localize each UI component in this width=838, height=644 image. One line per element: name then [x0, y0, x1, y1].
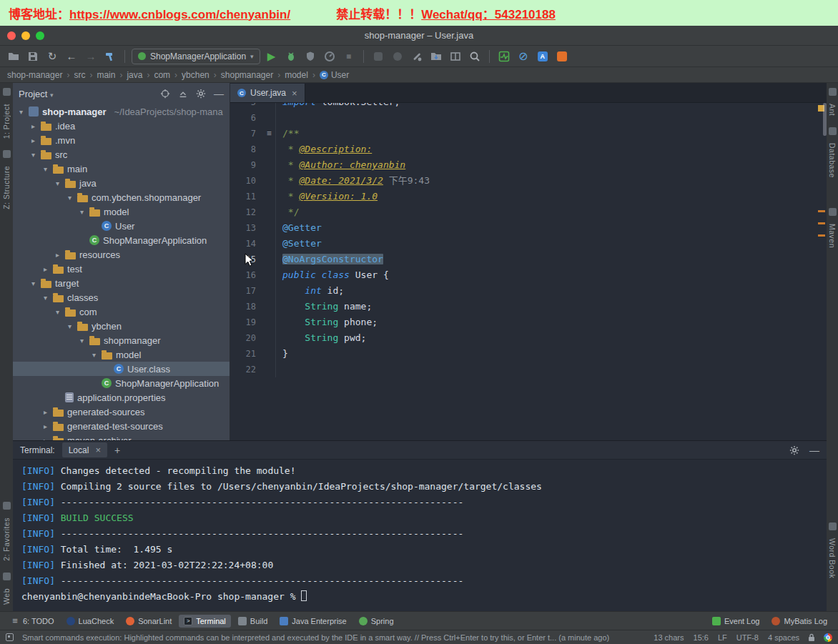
breadcrumb-item-ybchen[interactable]: ybchen — [182, 70, 210, 80]
open-folder-icon[interactable] — [6, 49, 21, 64]
tree-item-model[interactable]: ▾model — [13, 347, 230, 362]
chevron-expanded-icon[interactable]: ▾ — [29, 279, 37, 287]
translate-plugin-icon[interactable]: A — [535, 49, 551, 64]
toolwindow-button-mybatis-log[interactable]: MyBatis Log — [766, 615, 832, 628]
run-coverage-icon[interactable] — [302, 49, 318, 64]
stripe-bookmark[interactable] — [818, 210, 825, 212]
tree-item-com[interactable]: ▾com — [13, 304, 230, 319]
status-item-4-spaces[interactable]: 4 spaces — [768, 633, 799, 642]
breadcrumb-item-user[interactable]: CUser — [320, 70, 349, 80]
breadcrumb-item-src[interactable]: src — [74, 70, 85, 80]
save-all-icon[interactable] — [25, 49, 41, 64]
code-line-21[interactable]: 21} — [230, 346, 827, 362]
status-item-lf[interactable]: LF — [718, 633, 727, 642]
code-line-6[interactable]: 6 — [230, 110, 827, 126]
status-item-13-chars[interactable]: 13 chars — [654, 633, 684, 642]
code-line-9[interactable]: 9 * @Author: chenyanbin — [230, 157, 827, 173]
tree-item-user-class[interactable]: CUser.class — [13, 362, 230, 376]
dump-threads-icon[interactable] — [370, 49, 386, 64]
tree-item-src[interactable]: ▾src — [13, 147, 230, 162]
tree-item-main[interactable]: ▾main — [13, 162, 230, 176]
tree-item-generated-sources[interactable]: ▸generated-sources — [13, 405, 230, 419]
tool-button-1-project[interactable]: 1: Project — [2, 104, 11, 139]
stripe-bookmark[interactable] — [818, 222, 825, 224]
debug-icon[interactable] — [283, 49, 299, 64]
tree-item-java[interactable]: ▾java — [13, 176, 230, 190]
new-terminal-session-icon[interactable]: + — [114, 445, 120, 456]
back-icon[interactable]: ← — [64, 49, 79, 64]
tool-button-ant[interactable]: Ant — [828, 104, 837, 116]
chevron-expanded-icon[interactable]: ▾ — [78, 337, 86, 345]
code-line-16[interactable]: 16public class User { — [230, 267, 827, 283]
code-line-12[interactable]: 12 */ — [230, 204, 827, 220]
code-line-14[interactable]: 14@Setter — [230, 236, 827, 252]
build-hammer-icon[interactable] — [102, 49, 118, 64]
breadcrumb-item-java[interactable]: java — [127, 70, 142, 80]
chevron-expanded-icon[interactable]: ▾ — [66, 322, 74, 330]
tree-item-shopmanager[interactable]: ▾shopmanager — [13, 333, 230, 347]
chevron-collapsed-icon[interactable]: ▸ — [29, 137, 37, 144]
settings-gear-icon[interactable] — [196, 89, 206, 99]
chevron-expanded-icon[interactable]: ▾ — [54, 179, 61, 187]
editor-tab-user-java[interactable]: C User.java × — [230, 84, 305, 102]
chevron-expanded-icon[interactable]: ▾ — [41, 165, 49, 173]
toolwindow-button-build[interactable]: Build — [233, 615, 272, 628]
close-window-button[interactable] — [7, 31, 16, 40]
code-viewport[interactable]: 5import lombok.Setter;67≡/**8 * @Descrip… — [230, 103, 827, 440]
sync-icon[interactable]: ↻ — [44, 49, 60, 64]
settings-gear-icon[interactable] — [789, 445, 799, 455]
breadcrumb-item-shop-manager[interactable]: shop-manager — [7, 70, 62, 80]
chevron-expanded-icon[interactable]: ▾ — [29, 151, 37, 159]
close-icon[interactable]: × — [292, 88, 297, 99]
minimize-window-button[interactable] — [21, 31, 30, 40]
power-save-icon[interactable]: ⊘ — [516, 49, 531, 64]
chevron-collapsed-icon[interactable]: ▸ — [54, 251, 61, 259]
search-everywhere-icon[interactable] — [467, 49, 483, 64]
hide-panel-icon[interactable]: — — [809, 445, 819, 455]
project-view-selector[interactable]: Project ▾ — [19, 89, 54, 99]
terminal-tab-local[interactable]: Local × — [62, 442, 107, 457]
attach-process-icon[interactable] — [390, 49, 405, 64]
code-line-5[interactable]: 5import lombok.Setter; — [230, 103, 827, 110]
toolwindow-button-sonarlint[interactable]: SonarLint — [121, 615, 177, 628]
deployment-folder-icon[interactable] — [428, 49, 444, 64]
tool-button-word-book[interactable]: Word Book — [828, 538, 837, 578]
health-monitor-icon[interactable] — [496, 49, 512, 64]
chevron-collapsed-icon[interactable]: ▸ — [41, 265, 49, 273]
tree-item-ybchen[interactable]: ▾ybchen — [13, 319, 230, 333]
terminal-output[interactable]: [INFO] Changes detected - recompiling th… — [13, 460, 827, 611]
tree-item-user[interactable]: CUser — [13, 219, 230, 233]
stripe-bookmark[interactable] — [818, 234, 825, 237]
chevron-collapsed-icon[interactable]: ▸ — [29, 122, 37, 130]
code-line-22[interactable]: 22 — [230, 362, 827, 377]
run-configuration-select[interactable]: ShopManagerApplication ▾ — [132, 49, 260, 64]
lock-icon[interactable] — [808, 633, 815, 642]
tree-item-classes[interactable]: ▾classes — [13, 290, 230, 304]
code-line-8[interactable]: 8 * @Description: — [230, 142, 827, 157]
toolwindow-quick-access-icon[interactable] — [6, 633, 14, 641]
code-line-7[interactable]: 7≡/** — [230, 126, 827, 142]
chevron-expanded-icon[interactable]: ▾ — [90, 351, 98, 359]
zoom-window-button[interactable] — [36, 31, 44, 40]
tool-button-z-structure[interactable]: Z: Structure — [2, 166, 11, 209]
code-line-17[interactable]: 17 int id; — [230, 283, 827, 299]
tree-item-shopmanagerapplication[interactable]: CShopManagerApplication — [13, 233, 230, 247]
run-icon[interactable]: ▶ — [264, 49, 280, 64]
code-line-10[interactable]: 10 * @Date: 2021/3/2 下午9:43 — [230, 173, 827, 189]
tree-item-model[interactable]: ▾model — [13, 204, 230, 219]
code-line-15[interactable]: 15@NoArgsConstructor — [230, 252, 827, 267]
stop-icon[interactable]: ■ — [341, 49, 357, 64]
locate-file-icon[interactable] — [160, 89, 170, 99]
code-line-11[interactable]: 11 * @Versiion: 1.0 — [230, 189, 827, 204]
toolwindow-button-luacheck[interactable]: LuaCheck — [61, 615, 119, 628]
chevron-collapsed-icon[interactable]: ▸ — [41, 408, 49, 416]
chevron-expanded-icon[interactable]: ▾ — [54, 308, 61, 316]
toolwindow-button-spring[interactable]: Spring — [354, 615, 399, 628]
code-line-19[interactable]: 19 String phone; — [230, 314, 827, 330]
chevron-collapsed-icon[interactable]: ▸ — [41, 422, 49, 430]
hide-panel-icon[interactable]: — — [214, 89, 224, 99]
tool-button-maven[interactable]: Maven — [828, 224, 837, 248]
chevron-expanded-icon[interactable]: ▾ — [17, 108, 25, 116]
chevron-expanded-icon[interactable]: ▾ — [78, 208, 86, 216]
code-line-13[interactable]: 13@Getter — [230, 220, 827, 236]
